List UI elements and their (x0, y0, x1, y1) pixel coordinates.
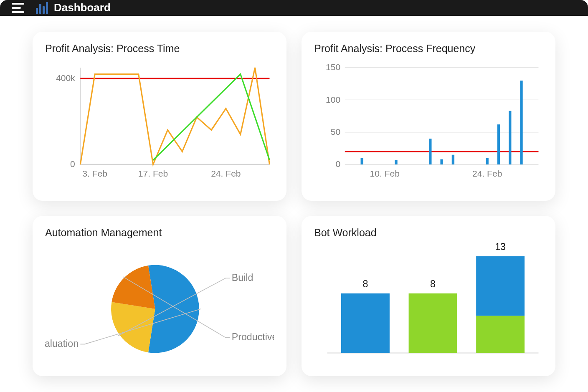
svg-rect-34 (409, 293, 457, 353)
svg-rect-37 (476, 256, 525, 316)
svg-rect-17 (361, 158, 363, 164)
svg-text:24. Feb: 24. Feb (211, 169, 241, 178)
card-process-time: Profit Analysis: Process Time 400k03. Fe… (33, 32, 286, 201)
svg-text:13: 13 (495, 243, 506, 252)
svg-text:24. Feb: 24. Feb (472, 169, 502, 178)
topbar: Dashboard (0, 0, 588, 16)
svg-rect-23 (497, 124, 500, 164)
svg-text:17. Feb: 17. Feb (138, 169, 168, 178)
svg-text:10. Feb: 10. Feb (370, 169, 400, 178)
svg-text:100: 100 (326, 94, 340, 104)
svg-text:150: 150 (326, 62, 340, 72)
page-title: Dashboard (54, 1, 111, 14)
svg-text:Build: Build (232, 272, 253, 283)
card-process-frequency: Profit Analysis: Process Frequency 15010… (302, 32, 555, 201)
card-title: Bot Workload (314, 227, 543, 239)
svg-text:Evaluation: Evaluation (45, 338, 79, 349)
chart-bot-workload: 8813 (314, 243, 543, 366)
card-title: Automation Management (45, 227, 274, 239)
svg-text:8: 8 (430, 278, 436, 289)
svg-text:3. Feb: 3. Feb (82, 169, 107, 178)
bar-chart-icon (36, 2, 48, 14)
dashboard-grid: Profit Analysis: Process Time 400k03. Fe… (0, 16, 588, 392)
card-bot-workload: Bot Workload 8813 (302, 216, 555, 376)
svg-text:400k: 400k (56, 73, 75, 83)
svg-rect-22 (486, 158, 489, 164)
svg-rect-36 (476, 316, 525, 353)
svg-rect-21 (452, 155, 454, 164)
chart-process-time: 400k03. Feb17. Feb24. Feb (45, 59, 274, 191)
svg-rect-19 (429, 139, 431, 164)
svg-rect-32 (341, 293, 390, 353)
svg-rect-18 (395, 160, 397, 164)
card-automation-management: Automation Management EvaluationBuildPro… (33, 216, 286, 376)
svg-rect-25 (520, 81, 522, 164)
svg-text:8: 8 (363, 278, 368, 289)
menu-icon[interactable] (12, 3, 24, 13)
chart-process-frequency: 15010050010. Feb24. Feb (314, 59, 543, 191)
chart-automation-management: EvaluationBuildProductive (45, 243, 274, 366)
svg-text:0: 0 (336, 159, 341, 169)
svg-text:50: 50 (331, 127, 340, 137)
svg-text:Productive: Productive (232, 331, 274, 342)
svg-text:0: 0 (70, 159, 75, 169)
card-title: Profit Analysis: Process Time (45, 43, 274, 55)
svg-rect-24 (509, 111, 511, 164)
svg-rect-20 (440, 159, 443, 164)
brand: Dashboard (36, 1, 111, 14)
card-title: Profit Analysis: Process Frequency (314, 43, 543, 55)
